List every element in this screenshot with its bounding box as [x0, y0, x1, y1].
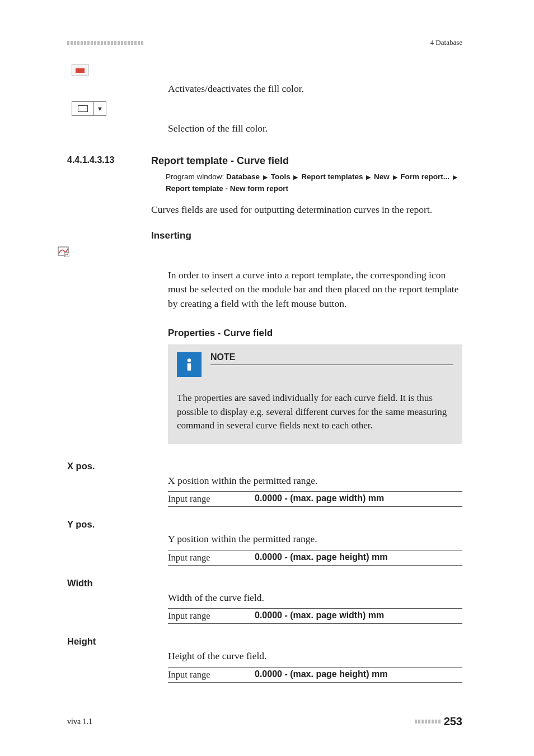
breadcrumb-item: Report templates	[301, 172, 363, 181]
breadcrumb-separator-icon: ▶	[365, 174, 372, 180]
note-box: NOTE The properties are saved individual…	[168, 344, 462, 444]
header-decoration	[67, 41, 143, 45]
range-label: Input range	[168, 552, 255, 563]
curve-field-icon[interactable]	[57, 246, 69, 257]
range-value: 0.0000 - (max. page width) mm	[255, 493, 462, 505]
prop-width-desc: Width of the curve field.	[168, 591, 462, 605]
page-number: 253	[444, 715, 462, 728]
range-value: 0.0000 - (max. page height) mm	[255, 552, 462, 563]
header-chapter-label: 4 Database	[430, 38, 462, 47]
prop-width-label: Width	[67, 578, 93, 588]
range-value: 0.0000 - (max. page height) mm	[255, 669, 462, 680]
range-label: Input range	[168, 669, 255, 680]
chevron-down-icon: ▼	[93, 102, 106, 115]
fill-color-select-text: Selection of the fill color.	[168, 122, 462, 136]
properties-heading: Properties - Curve field	[168, 328, 462, 339]
prop-xpos-label: X pos.	[67, 461, 95, 471]
section-title: Report template - Curve field	[151, 155, 289, 166]
prop-ypos-range: Input range 0.0000 - (max. page height) …	[168, 550, 462, 566]
svg-rect-3	[188, 363, 191, 371]
note-title: NOTE	[210, 352, 235, 366]
fill-color-toggle-icon[interactable]	[72, 64, 88, 76]
prop-width-range: Input range 0.0000 - (max. page width) m…	[168, 608, 462, 624]
breadcrumb-separator-icon: ▶	[392, 174, 399, 180]
range-label: Input range	[168, 493, 255, 505]
fill-color-picker[interactable]: ▼	[72, 101, 106, 116]
footer-decoration	[415, 720, 441, 724]
breadcrumb-item: New	[374, 172, 390, 181]
inserting-heading: Inserting	[151, 230, 462, 241]
breadcrumb: Program window: Database ▶ Tools ▶ Repor…	[166, 171, 462, 195]
range-value: 0.0000 - (max. page width) mm	[255, 610, 462, 622]
color-swatch-icon	[72, 102, 93, 115]
inserting-body: In order to insert a curve into a report…	[168, 268, 462, 311]
prop-height-desc: Height of the curve field.	[168, 649, 462, 663]
breadcrumb-item: Report template - New form report	[166, 184, 288, 193]
breadcrumb-separator-icon: ▶	[452, 174, 458, 180]
prop-xpos-range: Input range 0.0000 - (max. page width) m…	[168, 491, 462, 507]
footer-version: viva 1.1	[67, 717, 92, 726]
prop-height-label: Height	[67, 636, 96, 646]
svg-point-2	[188, 358, 191, 362]
prop-height-range: Input range 0.0000 - (max. page height) …	[168, 667, 462, 683]
section-intro: Curves fields are used for outputting de…	[151, 203, 462, 217]
section-number: 4.4.1.4.3.13	[67, 155, 115, 165]
range-label: Input range	[168, 610, 255, 622]
prop-ypos-desc: Y position within the permitted range.	[168, 532, 462, 546]
breadcrumb-prefix: Program window:	[166, 172, 224, 181]
breadcrumb-separator-icon: ▶	[292, 174, 299, 180]
breadcrumb-item: Form report...	[400, 172, 449, 181]
breadcrumb-item: Tools	[271, 172, 291, 181]
info-icon	[177, 352, 202, 377]
breadcrumb-item: Database	[226, 172, 260, 181]
fill-color-activate-text: Activates/deactivates the fill color.	[168, 82, 462, 96]
note-body: The properties are saved individually fo…	[177, 391, 453, 433]
prop-xpos-desc: X position within the permitted range.	[168, 474, 462, 488]
breadcrumb-separator-icon: ▶	[262, 174, 269, 180]
prop-ypos-label: Y pos.	[67, 519, 95, 529]
